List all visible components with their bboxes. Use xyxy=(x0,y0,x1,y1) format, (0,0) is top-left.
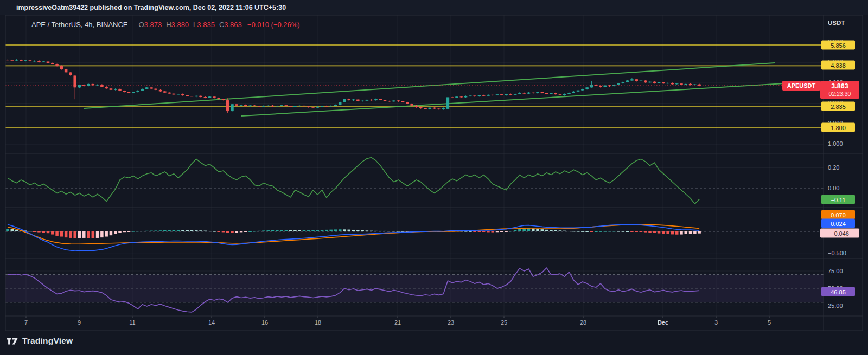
open-value: 3.873 xyxy=(144,21,162,29)
time-axis-label: 18 xyxy=(315,319,321,326)
cmf-axis-tick: 0.00 xyxy=(828,185,839,191)
symbol-title: APE / TetherUS, 4h, BINANCE xyxy=(31,21,128,29)
time-axis-label: 3 xyxy=(714,319,718,326)
time-axis-label: 14 xyxy=(208,319,215,326)
high-value: 3.880 xyxy=(171,21,189,29)
time-axis-label: 28 xyxy=(580,319,586,326)
level-price-label: 5.856 xyxy=(821,41,855,50)
level-price-label: 4.838 xyxy=(821,61,855,70)
close-value: 3.863 xyxy=(224,21,242,29)
time-axis-label: 11 xyxy=(129,319,135,326)
high-label: H xyxy=(166,21,171,29)
rsi-axis-tick: 75.00 xyxy=(828,268,843,274)
time-axis-label: Dec xyxy=(658,319,668,326)
low-value: 3.835 xyxy=(197,21,215,29)
level-price-label: 2.835 xyxy=(821,102,855,111)
macd-axis-tick: −0.500 xyxy=(828,250,846,256)
bar-countdown: 02:23:30 xyxy=(829,91,851,97)
tradingview-published-chart: impressiveOatm39422 published on Trading… xyxy=(0,0,868,355)
change-value: −0.010 (−0.26%) xyxy=(247,21,300,29)
price-axis-tick: 1.000 xyxy=(828,140,843,147)
cmf-value-badge: −0.11 xyxy=(821,195,855,204)
cmf-axis-tick: 0.20 xyxy=(828,164,839,171)
tradingview-footer[interactable]: TradingView xyxy=(7,336,73,346)
symbol-price-tag: APEUSDT xyxy=(782,81,820,91)
open-label: O xyxy=(139,21,144,29)
time-axis-label: 9 xyxy=(78,319,81,326)
tradingview-logo-icon xyxy=(7,337,18,346)
rsi-axis-tick: 25.00 xyxy=(828,302,843,309)
time-axis-label: 25 xyxy=(501,319,507,326)
time-axis-label: 16 xyxy=(261,319,268,326)
time-axis-label: 21 xyxy=(394,319,401,326)
last-price-value: 3.863 xyxy=(831,82,848,91)
macd-line-badge: 0.024 xyxy=(821,219,855,228)
time-axis-label: 7 xyxy=(24,319,28,326)
macd-signal-badge: 0.070 xyxy=(821,210,855,220)
close-label: C xyxy=(219,21,224,29)
level-price-label: 1.800 xyxy=(821,123,855,132)
symbol-legend[interactable]: APE / TetherUS, 4h, BINANCEO3.873H3.880L… xyxy=(31,21,300,29)
price-axis-currency: USDT xyxy=(828,20,845,26)
last-price-label: 3.863 02:23:30 xyxy=(820,81,859,99)
tradingview-logo-text: TradingView xyxy=(22,336,73,346)
chart-canvas[interactable] xyxy=(0,0,868,355)
time-axis-label: 23 xyxy=(448,319,454,326)
time-axis-label: 5 xyxy=(768,319,771,326)
macd-hist-badge: −0.046 xyxy=(820,229,859,238)
rsi-value-badge: 46.85 xyxy=(821,287,855,296)
